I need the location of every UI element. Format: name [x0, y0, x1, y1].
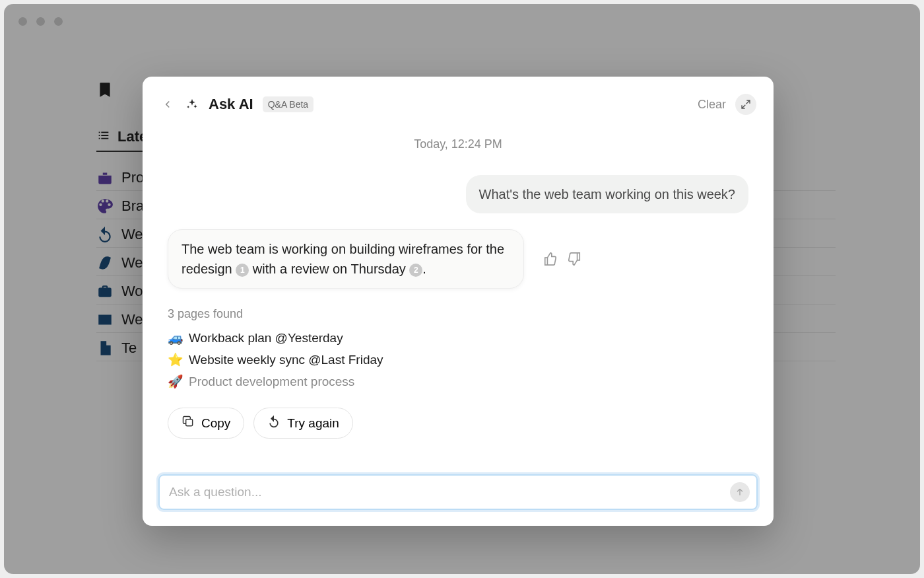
football-icon — [96, 254, 114, 271]
back-button[interactable] — [160, 96, 176, 112]
clear-button[interactable]: Clear — [698, 98, 726, 112]
sparkle-icon — [185, 97, 199, 112]
conversation-timestamp: Today, 12:24 PM — [168, 137, 748, 151]
modal-title: Ask AI — [209, 96, 253, 113]
try-again-button[interactable]: Try again — [253, 408, 353, 439]
ask-ai-modal: Ask AI Q&A Beta Clear Today, 12:24 PM Wh… — [143, 77, 774, 526]
palette-icon — [96, 198, 114, 215]
list-icon — [96, 128, 111, 145]
copy-button[interactable]: Copy — [168, 408, 244, 439]
citation-2[interactable]: 2 — [409, 264, 422, 277]
question-input[interactable] — [169, 485, 730, 499]
briefcase-icon — [96, 283, 114, 300]
ai-message: The web team is working on building wire… — [168, 229, 524, 289]
star-icon: ⭐ — [168, 352, 183, 367]
tab-latest[interactable]: Latest — [96, 128, 143, 152]
svg-rect-0 — [186, 419, 193, 426]
pages-found-label: 3 pages found — [168, 307, 748, 321]
thumbs-up-button[interactable] — [543, 251, 558, 267]
toolbox-icon — [96, 169, 114, 186]
question-input-wrapper[interactable] — [158, 474, 758, 510]
page-icon — [96, 340, 114, 357]
beta-badge: Q&A Beta — [263, 96, 314, 112]
undo-icon — [96, 226, 114, 243]
collapse-button[interactable] — [735, 94, 756, 115]
rocket-icon: 🚀 — [168, 374, 183, 389]
thumbs-down-button[interactable] — [566, 251, 582, 267]
source-link[interactable]: 🚀 Product development process — [168, 374, 748, 389]
source-link[interactable]: ⭐ Website weekly sync @Last Friday — [168, 352, 748, 367]
bookmark-icon — [96, 78, 114, 102]
window-traffic-lights — [18, 17, 63, 26]
refresh-icon — [267, 415, 280, 431]
window-icon — [96, 311, 114, 328]
car-icon: 🚙 — [168, 330, 183, 345]
source-link[interactable]: 🚙 Workback plan @Yesterday — [168, 330, 748, 345]
citation-1[interactable]: 1 — [236, 264, 249, 277]
copy-icon — [182, 415, 195, 431]
send-button[interactable] — [730, 482, 750, 502]
user-message: What's the web team working on this week… — [466, 175, 748, 213]
